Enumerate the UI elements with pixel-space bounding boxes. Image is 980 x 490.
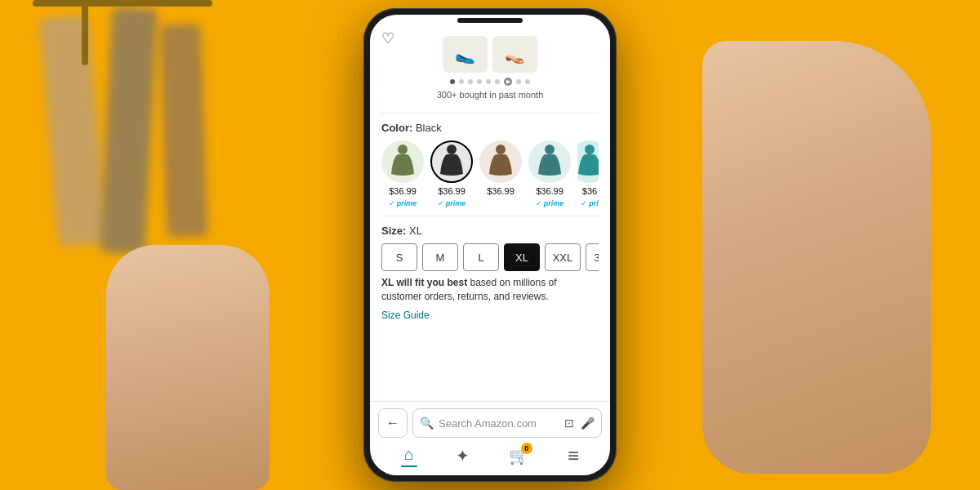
dress-icon-green (388, 143, 417, 180)
svg-point-2 (496, 145, 506, 154)
size-btn-m[interactable]: M (422, 243, 458, 271)
dot-4[interactable] (477, 79, 482, 84)
size-btn-l[interactable]: L (463, 243, 499, 271)
prime-badge-teal2: ✓ pri (581, 199, 599, 207)
swatch-circle-teal[interactable] (528, 140, 571, 183)
sandal-preview: 🥿 👡 (443, 36, 537, 73)
search-bar-container: ← 🔍 Search Amazon.com ⊡ 🎤 (378, 408, 602, 438)
bg-dress-2 (100, 7, 158, 254)
dot-2[interactable] (459, 79, 464, 84)
svg-point-4 (585, 145, 595, 154)
dot-1[interactable] (450, 79, 455, 84)
search-placeholder: Search Amazon.com (439, 417, 559, 430)
nav-item-cart[interactable]: 🛒 0 (509, 446, 529, 466)
swatch-circle-green[interactable] (381, 140, 424, 183)
camera-icon[interactable]: ⊡ (564, 416, 574, 430)
swatch-price-black: $36.99 (438, 186, 466, 196)
prime-text-green: prime (397, 199, 417, 207)
home-icon: ⌂ (404, 445, 414, 464)
prime-text-brown: prime (495, 199, 515, 207)
bottom-bar: ← 🔍 Search Amazon.com ⊡ 🎤 (370, 401, 610, 475)
size-guide-link[interactable]: Size Guide (381, 310, 430, 321)
hand-left (106, 245, 270, 490)
sandal-img-1[interactable]: 🥿 (443, 36, 488, 73)
home-active-line (401, 466, 417, 467)
dress-icon-teal2 (577, 143, 599, 180)
dress-icon-teal (535, 143, 564, 180)
menu-icon: ≡ (568, 444, 579, 467)
prime-check-brown: ✓ (487, 199, 493, 207)
ai-icon: ✦ (456, 446, 470, 466)
prime-badge-green: ✓ prime (389, 199, 417, 207)
size-btn-xl[interactable]: XL (504, 243, 540, 271)
screen-content: ♡ 🥿 👡 (370, 15, 610, 475)
swatch-teal2[interactable]: $36 ✓ pri (577, 140, 599, 207)
dot-3[interactable] (468, 79, 473, 84)
swatch-brown[interactable]: $36.99 ✓ prime (479, 140, 522, 207)
swatch-circle-black[interactable] (430, 140, 473, 183)
swatch-price-teal: $36.99 (536, 186, 564, 196)
dress-icon-black (437, 143, 466, 180)
size-label-text: Size: (381, 225, 409, 237)
size-value: XL (409, 225, 422, 237)
search-input-bar[interactable]: 🔍 Search Amazon.com ⊡ 🎤 (412, 408, 602, 438)
nav-item-menu[interactable]: ≡ (568, 444, 579, 467)
rack-pole-h (33, 0, 212, 7)
search-icon: 🔍 (420, 416, 434, 430)
color-section: Color: Black $ (370, 117, 610, 212)
cart-badge: 0 (521, 443, 532, 454)
size-section: Size: XL S M L XL XXL 3XL XL will fit yo… (370, 220, 610, 327)
swatch-black[interactable]: $36.99 ✓ prime (430, 140, 473, 207)
size-grid: S M L XL XXL 3XL (381, 243, 599, 271)
swatch-price-green: $36.99 (389, 186, 416, 196)
color-label: Color: Black (381, 122, 599, 134)
dot-8[interactable] (516, 79, 521, 84)
fit-text-bold: XL will fit you best (381, 277, 467, 288)
size-btn-xxl[interactable]: XXL (545, 243, 581, 271)
color-swatches: $36.99 ✓ prime (381, 140, 599, 207)
svg-point-0 (398, 145, 408, 154)
size-btn-3xl[interactable]: 3XL (586, 243, 599, 271)
bought-text: 300+ bought in past month (437, 90, 544, 100)
color-label-text: Color: (381, 122, 416, 134)
swatch-green[interactable]: $36.99 ✓ prime (381, 140, 424, 207)
swatch-price-teal2: $36 (582, 186, 597, 196)
swatch-circle-teal2[interactable] (577, 140, 599, 183)
nav-item-ai[interactable]: ✦ (456, 446, 470, 466)
size-btn-s[interactable]: S (381, 243, 417, 271)
dot-5[interactable] (486, 79, 491, 84)
fit-text: XL will fit you best based on millions o… (381, 276, 599, 304)
phone-notch (457, 18, 523, 23)
hand-right (702, 41, 931, 474)
swatch-price-brown: $36.99 (487, 186, 514, 196)
prime-text-teal2: pri (589, 199, 599, 207)
dot-6[interactable] (495, 79, 500, 84)
prime-check-teal: ✓ (536, 199, 542, 207)
prime-check-black: ✓ (438, 199, 444, 207)
divider-2 (381, 216, 599, 216)
phone-wrapper: ♡ 🥿 👡 (363, 8, 617, 482)
prime-badge-brown: ✓ prime (487, 199, 515, 207)
bg-dress-3 (159, 24, 207, 238)
nav-item-home[interactable]: ⌂ (401, 445, 417, 467)
bg-dress-1 (39, 15, 108, 247)
prime-text-teal: prime (544, 199, 564, 207)
prime-text-black: prime (446, 199, 466, 207)
divider-1 (381, 113, 599, 114)
search-icons-right: ⊡ 🎤 (564, 416, 595, 430)
swatch-circle-brown[interactable] (479, 140, 522, 183)
rack-pole-v (82, 0, 88, 65)
pagination-dots: ▶ (450, 78, 530, 86)
back-button[interactable]: ← (378, 408, 408, 438)
prime-check-green: ✓ (389, 199, 395, 207)
wishlist-icon[interactable]: ♡ (381, 29, 394, 47)
dot-9[interactable] (525, 79, 530, 84)
top-section: ♡ 🥿 👡 (370, 15, 610, 109)
prime-badge-teal: ✓ prime (536, 199, 564, 207)
swatch-teal[interactable]: $36.99 ✓ prime (528, 140, 571, 207)
dot-play[interactable]: ▶ (504, 78, 512, 86)
sandal-img-2[interactable]: 👡 (492, 36, 537, 73)
phone-screen: ♡ 🥿 👡 (370, 15, 610, 475)
bottom-nav: ⌂ ✦ 🛒 0 ≡ (378, 444, 602, 467)
mic-icon[interactable]: 🎤 (581, 416, 595, 430)
